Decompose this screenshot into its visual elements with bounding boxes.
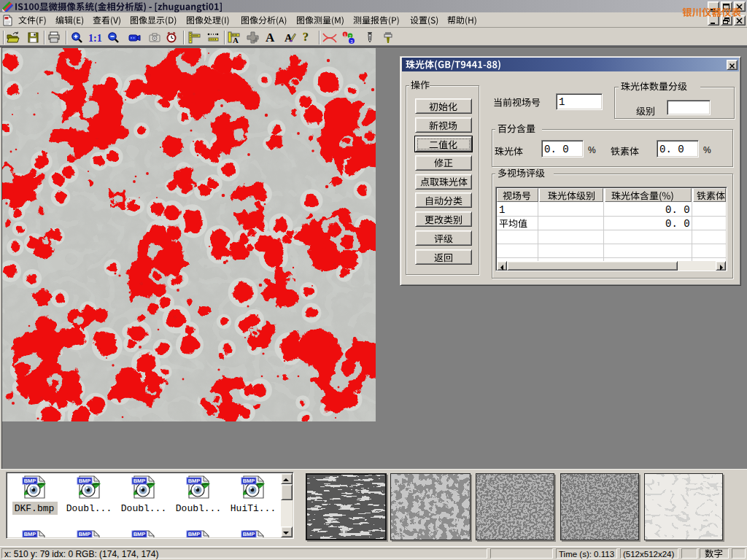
svg-text:BMP: BMP	[24, 531, 36, 537]
svg-text:BMP: BMP	[188, 531, 201, 537]
svg-text:BMP: BMP	[243, 531, 255, 537]
svg-text:BMP: BMP	[79, 478, 91, 484]
svg-text:A: A	[233, 36, 239, 44]
svg-text:BMP: BMP	[79, 531, 91, 537]
svg-text:BMP: BMP	[188, 478, 201, 484]
svg-text:BMP: BMP	[133, 478, 146, 484]
svg-text:BMP: BMP	[133, 531, 146, 537]
svg-text:A: A	[285, 32, 293, 44]
svg-text:BMP: BMP	[24, 478, 36, 484]
svg-text:BMP: BMP	[243, 478, 255, 484]
